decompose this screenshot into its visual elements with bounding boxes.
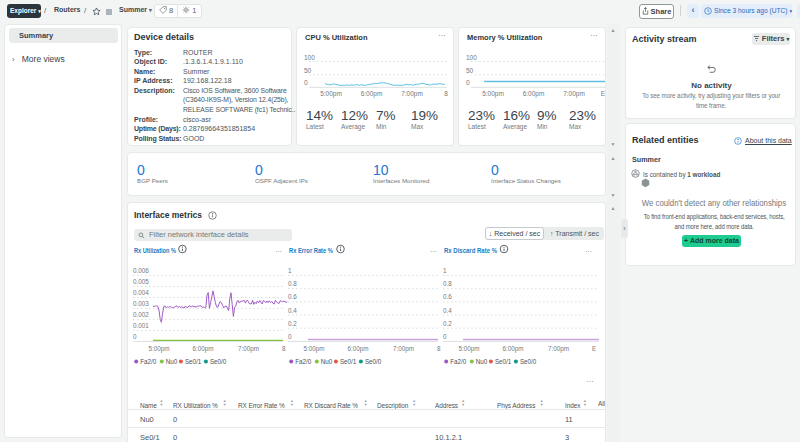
svg-text:0.002: 0.002 xyxy=(133,311,149,318)
svg-text:Fa2/0: Fa2/0 xyxy=(140,358,157,365)
svg-text:100: 100 xyxy=(304,54,315,61)
svg-text:0.003: 0.003 xyxy=(133,300,149,307)
svg-text:0.4: 0.4 xyxy=(288,307,297,314)
svg-text:1: 1 xyxy=(443,267,447,274)
svg-text:E: E xyxy=(601,90,605,97)
svg-text:Rx Utilization %: Rx Utilization % xyxy=(134,247,176,254)
svg-text:Rx Discard Rate %: Rx Discard Rate % xyxy=(444,247,497,254)
svg-text:0.006: 0.006 xyxy=(133,267,149,274)
svg-text:5:00pm: 5:00pm xyxy=(148,345,169,353)
svg-text:5:00pm: 5:00pm xyxy=(303,345,324,353)
svg-text:Rx Error Rate %: Rx Error Rate % xyxy=(289,247,333,254)
svg-text:50: 50 xyxy=(304,67,312,74)
svg-text:Nu0: Nu0 xyxy=(321,358,333,365)
svg-text:0.001: 0.001 xyxy=(133,322,149,329)
svg-text:…: … xyxy=(585,246,592,253)
svg-text:7:00pm: 7:00pm xyxy=(563,90,585,98)
svg-text:0: 0 xyxy=(304,79,308,86)
svg-text:7:00pm: 7:00pm xyxy=(548,345,569,353)
svg-text:50: 50 xyxy=(466,67,474,74)
svg-text:0.6: 0.6 xyxy=(443,293,452,300)
svg-text:5:00pm: 5:00pm xyxy=(482,90,504,98)
svg-text:Fa2/0: Fa2/0 xyxy=(295,358,312,365)
svg-text:6:00pm: 6:00pm xyxy=(502,345,523,353)
svg-text:8: 8 xyxy=(437,345,441,352)
svg-text:0.004: 0.004 xyxy=(133,289,149,296)
svg-text:E: E xyxy=(592,345,596,352)
svg-text:0: 0 xyxy=(133,333,137,340)
svg-text:7:00pm: 7:00pm xyxy=(401,90,423,98)
svg-text:5:00pm: 5:00pm xyxy=(458,345,479,353)
svg-text:0.005: 0.005 xyxy=(133,278,149,285)
svg-text:1: 1 xyxy=(288,267,292,274)
svg-text:0.8: 0.8 xyxy=(443,280,452,287)
svg-text:6:00pm: 6:00pm xyxy=(192,345,213,353)
svg-text:5:00pm: 5:00pm xyxy=(320,90,342,98)
svg-text:Se0/1: Se0/1 xyxy=(185,358,202,365)
svg-text:Se0/1: Se0/1 xyxy=(340,358,357,365)
svg-text:7:00pm: 7:00pm xyxy=(238,345,259,353)
svg-text:Se0/0: Se0/0 xyxy=(520,358,537,365)
svg-text:…: … xyxy=(275,246,282,253)
svg-text:8: 8 xyxy=(282,345,286,352)
svg-text:0: 0 xyxy=(288,333,292,340)
svg-text:Fa2/0: Fa2/0 xyxy=(450,358,467,365)
svg-text:6:00pm: 6:00pm xyxy=(361,90,383,98)
svg-text:Se0/1: Se0/1 xyxy=(495,358,512,365)
svg-text:0.8: 0.8 xyxy=(288,280,297,287)
svg-text:Se0/0: Se0/0 xyxy=(210,358,227,365)
svg-text:8: 8 xyxy=(444,90,448,97)
svg-text:0.2: 0.2 xyxy=(443,320,452,327)
svg-text:Nu0: Nu0 xyxy=(476,358,488,365)
svg-text:0.4: 0.4 xyxy=(443,307,452,314)
svg-text:0: 0 xyxy=(443,333,447,340)
svg-text:Se0/0: Se0/0 xyxy=(365,358,382,365)
svg-text:7:00pm: 7:00pm xyxy=(393,345,414,353)
svg-text:…: … xyxy=(430,246,437,253)
svg-text:0: 0 xyxy=(466,79,470,86)
svg-text:0.6: 0.6 xyxy=(288,293,297,300)
svg-text:6:00pm: 6:00pm xyxy=(523,90,545,98)
svg-text:Nu0: Nu0 xyxy=(166,358,178,365)
svg-text:0.2: 0.2 xyxy=(288,320,297,327)
svg-text:100: 100 xyxy=(466,54,477,61)
svg-text:6:00pm: 6:00pm xyxy=(347,345,368,353)
